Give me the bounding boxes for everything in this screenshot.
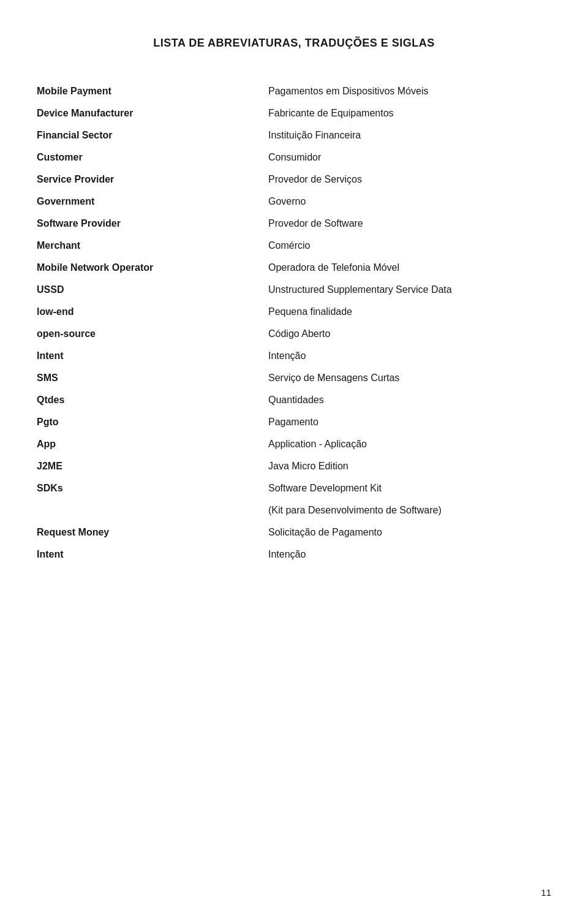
abbreviation-term: Request Money <box>37 521 268 543</box>
abbreviation-translation: Unstructured Supplementary Service Data <box>268 279 551 301</box>
table-row: SDKsSoftware Development Kit <box>37 477 551 499</box>
abbreviation-term: Government <box>37 191 268 213</box>
abbreviation-translation: Código Aberto <box>268 323 551 345</box>
abbreviation-translation: Quantidades <box>268 389 551 411</box>
table-row: Software ProviderProvedor de Software <box>37 213 551 235</box>
abbreviation-term: Intent <box>37 345 268 367</box>
abbreviation-translation: Solicitação de Pagamento <box>268 521 551 543</box>
abbreviation-translation: Java Micro Edition <box>268 455 551 477</box>
abbreviation-term: Intent <box>37 543 268 566</box>
abbreviation-translation: (Kit para Desenvolvimento de Software) <box>268 499 551 521</box>
table-row: IntentIntenção <box>37 345 551 367</box>
table-row: SMSServiço de Mensagens Curtas <box>37 367 551 389</box>
table-row: Device ManufacturerFabricante de Equipam… <box>37 102 551 124</box>
abbreviation-translation: Pagamento <box>268 411 551 433</box>
abbreviation-translation: Serviço de Mensagens Curtas <box>268 367 551 389</box>
page: LISTA DE ABREVIATURAS, TRADUÇÕES E SIGLA… <box>0 0 588 916</box>
abbreviation-translation: Intenção <box>268 345 551 367</box>
table-row: Mobile Network OperatorOperadora de Tele… <box>37 257 551 279</box>
abbreviation-term: Software Provider <box>37 213 268 235</box>
abbreviation-translation: Software Development Kit <box>268 477 551 499</box>
abbreviation-term: Merchant <box>37 235 268 257</box>
abbreviation-translation: Comércio <box>268 235 551 257</box>
table-row: QtdesQuantidades <box>37 389 551 411</box>
abbreviation-translation: Consumidor <box>268 146 551 168</box>
abbreviation-translation: Application - Aplicação <box>268 433 551 455</box>
table-row: PgtoPagamento <box>37 411 551 433</box>
table-row: CustomerConsumidor <box>37 146 551 168</box>
abbreviation-term: Qtdes <box>37 389 268 411</box>
abbreviation-translation: Instituição Financeira <box>268 124 551 146</box>
abbreviation-translation: Provedor de Software <box>268 213 551 235</box>
abbreviation-term: Pgto <box>37 411 268 433</box>
abbreviation-term: Financial Sector <box>37 124 268 146</box>
abbreviation-translation: Pequena finalidade <box>268 301 551 323</box>
abbreviation-term: J2ME <box>37 455 268 477</box>
abbreviation-term: Customer <box>37 146 268 168</box>
abbreviation-term: USSD <box>37 279 268 301</box>
table-row: GovernmentGoverno <box>37 191 551 213</box>
abbreviation-translation: Operadora de Telefonia Móvel <box>268 257 551 279</box>
abbreviation-term: open-source <box>37 323 268 345</box>
abbreviation-term: Mobile Payment <box>37 80 268 102</box>
table-row: open-sourceCódigo Aberto <box>37 323 551 345</box>
table-row: Mobile PaymentPagamentos em Dispositivos… <box>37 80 551 102</box>
abbreviation-translation: Pagamentos em Dispositivos Móveis <box>268 80 551 102</box>
abbreviation-translation: Governo <box>268 191 551 213</box>
abbreviation-term: SDKs <box>37 477 268 499</box>
abbreviations-table: Mobile PaymentPagamentos em Dispositivos… <box>37 80 551 566</box>
abbreviation-translation: Intenção <box>268 543 551 566</box>
table-row: (Kit para Desenvolvimento de Software) <box>37 499 551 521</box>
table-row: Service ProviderProvedor de Serviços <box>37 168 551 191</box>
table-row: J2MEJava Micro Edition <box>37 455 551 477</box>
table-row: AppApplication - Aplicação <box>37 433 551 455</box>
table-row: Financial SectorInstituição Financeira <box>37 124 551 146</box>
abbreviation-term: SMS <box>37 367 268 389</box>
abbreviation-term: Service Provider <box>37 168 268 191</box>
table-row: MerchantComércio <box>37 235 551 257</box>
abbreviation-term: Mobile Network Operator <box>37 257 268 279</box>
table-row: Request MoneySolicitação de Pagamento <box>37 521 551 543</box>
table-row: IntentIntenção <box>37 543 551 566</box>
table-row: USSDUnstructured Supplementary Service D… <box>37 279 551 301</box>
abbreviation-translation: Provedor de Serviços <box>268 168 551 191</box>
table-row: low-endPequena finalidade <box>37 301 551 323</box>
abbreviation-translation: Fabricante de Equipamentos <box>268 102 551 124</box>
page-number: 11 <box>541 887 551 898</box>
abbreviation-term: low-end <box>37 301 268 323</box>
abbreviation-term: Device Manufacturer <box>37 102 268 124</box>
abbreviation-term: App <box>37 433 268 455</box>
abbreviation-term <box>37 499 268 521</box>
page-title: LISTA DE ABREVIATURAS, TRADUÇÕES E SIGLA… <box>37 37 551 50</box>
